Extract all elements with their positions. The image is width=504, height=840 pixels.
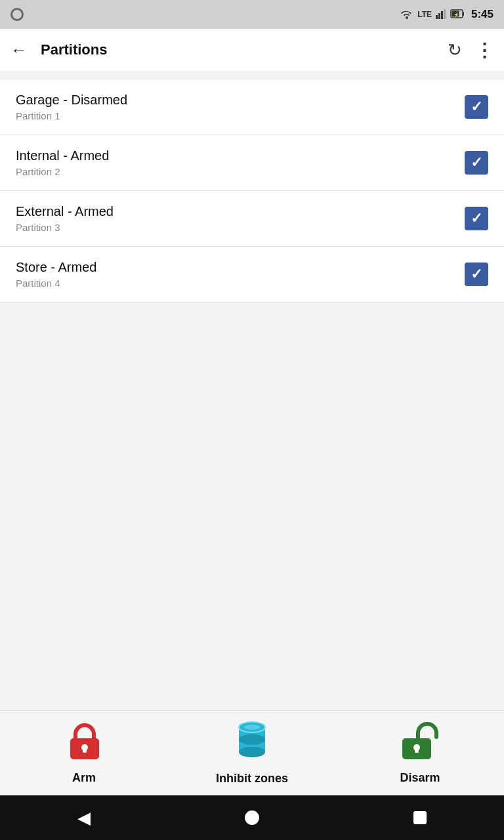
- partition-checkbox-4[interactable]: [465, 262, 488, 286]
- disarm-icon: [400, 721, 440, 766]
- svg-rect-0: [436, 15, 438, 19]
- wifi-icon: [400, 9, 413, 21]
- status-bar: LTE ⚡ 5:45: [0, 0, 504, 29]
- partition-name-2: Internal - Armed: [16, 148, 109, 163]
- bottom-action-bar: Arm Inhibit zones: [0, 710, 504, 795]
- svg-rect-19: [415, 747, 419, 753]
- status-bar-left: [10, 8, 24, 21]
- svg-rect-1: [438, 13, 440, 19]
- partition-sub-2: Partition 2: [16, 166, 109, 177]
- partition-sub-4: Partition 4: [16, 278, 96, 289]
- nav-back-button[interactable]: ◀: [77, 808, 91, 828]
- partition-checkbox-2[interactable]: [465, 151, 488, 175]
- back-button[interactable]: ←: [10, 40, 28, 60]
- partition-item-3[interactable]: External - Armed Partition 3: [0, 191, 504, 247]
- nav-recents-button[interactable]: [413, 811, 427, 824]
- svg-rect-5: [463, 12, 464, 16]
- partition-item-2[interactable]: Internal - Armed Partition 2: [0, 135, 504, 191]
- arm-label: Arm: [72, 771, 96, 785]
- disarm-button[interactable]: Disarm: [368, 721, 472, 785]
- inhibit-icon: [236, 721, 268, 766]
- partition-checkbox-3[interactable]: [465, 207, 488, 230]
- partition-list: Garage - Disarmed Partition 1 Internal -…: [0, 71, 504, 710]
- inhibit-label: Inhibit zones: [216, 772, 288, 786]
- app-bar-actions: ↻ ⋮: [448, 39, 494, 61]
- svg-point-13: [239, 747, 265, 757]
- app-bar: ← Partitions ↻ ⋮: [0, 29, 504, 71]
- disarm-label: Disarm: [400, 771, 440, 785]
- battery-icon: ⚡: [450, 9, 465, 20]
- signal-icon: [436, 9, 446, 21]
- svg-text:⚡: ⚡: [453, 12, 459, 18]
- partition-name-4: Store - Armed: [16, 260, 96, 275]
- svg-point-14: [239, 734, 265, 745]
- partition-info-4: Store - Armed Partition 4: [16, 260, 96, 289]
- refresh-button[interactable]: ↻: [448, 40, 462, 60]
- status-bar-right: LTE ⚡ 5:45: [400, 8, 494, 21]
- arm-button[interactable]: Arm: [32, 721, 136, 785]
- partition-item-1[interactable]: Garage - Disarmed Partition 1: [0, 79, 504, 135]
- partition-sub-3: Partition 3: [16, 222, 114, 233]
- inhibit-button[interactable]: Inhibit zones: [200, 721, 304, 786]
- status-time: 5:45: [471, 8, 494, 21]
- partition-checkbox-1[interactable]: [465, 95, 488, 119]
- partition-item-4[interactable]: Store - Armed Partition 4: [0, 247, 504, 303]
- svg-rect-10: [83, 747, 87, 753]
- notification-icon: [10, 8, 24, 21]
- svg-rect-2: [441, 11, 443, 19]
- nav-home-button[interactable]: [245, 810, 259, 825]
- page-title: Partitions: [41, 41, 448, 58]
- arm-icon: [66, 721, 102, 766]
- more-options-button[interactable]: ⋮: [475, 39, 494, 61]
- partition-name-3: External - Armed: [16, 204, 114, 219]
- partition-name-1: Garage - Disarmed: [16, 93, 127, 108]
- svg-rect-3: [444, 9, 446, 19]
- partition-info-2: Internal - Armed Partition 2: [16, 148, 109, 177]
- partition-info-1: Garage - Disarmed Partition 1: [16, 93, 127, 121]
- nav-bar: ◀: [0, 795, 504, 840]
- lte-icon: LTE: [417, 10, 432, 19]
- partition-sub-1: Partition 1: [16, 110, 127, 121]
- partition-info-3: External - Armed Partition 3: [16, 204, 114, 233]
- svg-point-16: [244, 724, 260, 730]
